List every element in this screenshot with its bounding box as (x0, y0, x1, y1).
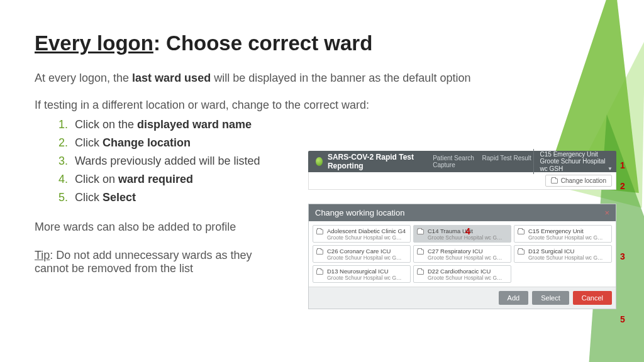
callout-3: 3 (620, 251, 625, 261)
app-logo-icon (316, 157, 323, 166)
step-item: Click Change location (75, 134, 606, 152)
ward-card[interactable]: C15 Emergency UnitGroote Schuur Hospital… (514, 225, 612, 243)
folder-icon (518, 229, 525, 234)
change-location-button[interactable]: Change location (545, 175, 612, 187)
slide: Every logon: Choose correct ward At ever… (0, 0, 644, 362)
folder-icon (518, 250, 525, 255)
ward-card[interactable]: Adolescent Diabetic Clinic G4Groote Schu… (313, 225, 411, 243)
current-ward-dropdown[interactable]: C15 Emergency Unit Groote Schuur Hospita… (533, 149, 616, 175)
tip-paragraph: Tip: Do not add unnecessary wards as the… (35, 249, 286, 275)
folder-icon (316, 229, 323, 234)
callout-4: 4 (465, 226, 470, 236)
nav-patient-search[interactable]: Patient Search (433, 155, 474, 162)
callout-5: 5 (620, 314, 625, 324)
ward-card[interactable]: C27 Respiratory ICUGroote Schuur Hospita… (413, 245, 511, 263)
ward-card[interactable]: D12 Surgical ICUGroote Schuur Hospital w… (514, 245, 612, 263)
page-title: Every logon: Choose correct ward (35, 31, 606, 55)
tip-label: Tip (35, 249, 50, 261)
title-rest: : Choose correct ward (153, 31, 372, 55)
dialog-title: Change working location (315, 208, 404, 217)
ward-card-selected[interactable]: C14 Trauma UnitGroote Schuur Hospital wc… (413, 225, 511, 243)
select-button[interactable]: Select (532, 291, 569, 305)
app-title: SARS-COV-2 Rapid Test Reporting (328, 153, 424, 170)
app-banner: SARS-COV-2 Rapid Test Reporting Patient … (308, 151, 616, 172)
nav-links: Patient Search Rapid Test Result Capture (433, 155, 533, 168)
folder-icon (417, 250, 424, 255)
ward-line1: C15 Emergency Unit (540, 151, 610, 158)
change-location-row: Change location (308, 172, 616, 190)
lead-paragraph: At every logon, the last ward used will … (35, 72, 606, 85)
ward-grid: Adolescent Diabetic Clinic G4Groote Schu… (309, 221, 616, 287)
ward-line2: Groote Schuur Hospital wc GSH (540, 158, 610, 172)
ward-card[interactable]: D13 Neurosurgical ICUGroote Schuur Hospi… (313, 265, 411, 283)
cancel-button[interactable]: Cancel (573, 291, 612, 305)
add-button[interactable]: Add (499, 291, 529, 305)
callout-2: 2 (620, 181, 625, 191)
folder-icon (551, 178, 558, 184)
ward-card[interactable]: D22 Cardiothoracic ICUGroote Schuur Hosp… (413, 265, 511, 283)
dialog-footer: Add Select Cancel (309, 287, 616, 309)
callout-1: 1 (620, 160, 625, 170)
caret-down-icon: ▼ (608, 166, 613, 172)
title-underlined: Every logon (35, 31, 153, 55)
app-screenshot: SARS-COV-2 Rapid Test Reporting Patient … (308, 151, 616, 309)
change-location-dialog: Change working location × Adolescent Dia… (308, 204, 616, 309)
close-icon[interactable]: × (604, 208, 609, 217)
folder-icon (417, 229, 424, 234)
sub-paragraph: If testing in a different location or wa… (35, 99, 606, 112)
folder-icon (417, 270, 424, 275)
dialog-header: Change working location × (309, 204, 616, 221)
folder-icon (316, 250, 323, 255)
step-item: Click on the displayed ward name (75, 116, 606, 134)
folder-icon (316, 270, 323, 275)
ward-card[interactable]: C26 Coronary Care ICUGroote Schuur Hospi… (313, 245, 411, 263)
